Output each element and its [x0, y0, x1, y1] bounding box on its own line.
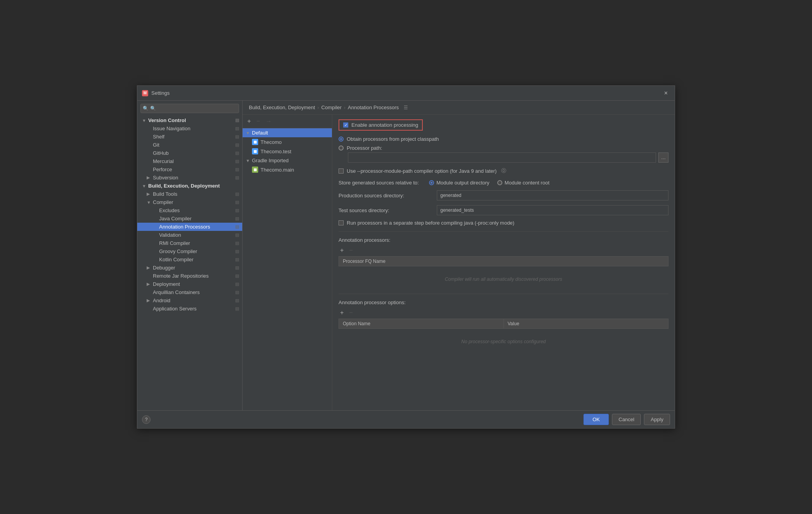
module-content-radio[interactable]	[497, 180, 502, 185]
test-sources-input[interactable]	[437, 205, 668, 215]
sidebar-item-version-control[interactable]: ▼ Version Control ▤	[137, 116, 242, 124]
store-generated-row: Store generated sources relative to: Mod…	[339, 180, 668, 186]
remove-processor-button[interactable]: −	[347, 246, 354, 255]
module-content-label: Module content root	[505, 180, 550, 186]
expand-icon: ▼	[142, 118, 147, 123]
sidebar-item-remote-jar[interactable]: Remote Jar Repositories ▤	[137, 272, 242, 280]
breadcrumb: Build, Execution, Deployment › Compiler …	[243, 101, 675, 115]
module-item-thecomo-test[interactable]: ▦ Thecomo.test	[243, 147, 332, 156]
module-icon: ▦	[252, 148, 258, 154]
sidebar-item-kotlin-compiler[interactable]: Kotlin Compiler ▤	[137, 255, 242, 264]
sidebar-item-shelf[interactable]: Shelf ▤	[137, 133, 242, 141]
module-item-gradle-imported[interactable]: ▼ Gradle Imported	[243, 156, 332, 165]
divider-1	[339, 231, 668, 232]
breadcrumb-sep-2: ›	[344, 105, 346, 110]
settings-panel: Enable annotation processing Obtain proc…	[332, 115, 675, 410]
module-tree-content: ▼ Default ▦ Thecomo ▦ Thecomo.test	[243, 128, 332, 410]
panel-area: + − → ▼ Default ▦ Thecomo	[243, 115, 675, 410]
sidebar-item-java-compiler[interactable]: Java Compiler ▤	[137, 214, 242, 223]
sidebar-item-validation[interactable]: Validation ▤	[137, 231, 242, 239]
module-item-thecomo[interactable]: ▦ Thecomo	[243, 137, 332, 147]
production-sources-input[interactable]	[437, 190, 668, 200]
sidebar-item-annotation-processors[interactable]: Annotation Processors ▤	[137, 223, 242, 231]
sidebar-item-build-tools[interactable]: ▶ Build Tools ▤	[137, 190, 242, 198]
sidebar-item-github[interactable]: GitHub ▤	[137, 149, 242, 157]
option-name-col: Option Name	[339, 319, 504, 329]
tree-panel-toolbar: + − →	[243, 115, 332, 128]
sidebar-item-android[interactable]: ▶ Android ▤	[137, 296, 242, 305]
ok-button[interactable]: OK	[583, 414, 609, 425]
sidebar-item-arquillian[interactable]: Arquillian Containers ▤	[137, 288, 242, 296]
bottom-bar: ? OK Cancel Apply	[137, 410, 675, 428]
production-sources-row: Production sources directory:	[339, 190, 668, 200]
add-module-button[interactable]: +	[246, 117, 252, 126]
sidebar-item-application-servers[interactable]: Application Servers ▤	[137, 305, 242, 313]
obtain-classpath-label: Obtain processors from project classpath	[347, 136, 439, 142]
test-sources-row: Test sources directory:	[339, 205, 668, 215]
run-processors-checkbox[interactable]	[339, 220, 344, 225]
sidebar-item-debugger[interactable]: ▶ Debugger ▤	[137, 264, 242, 272]
sidebar-item-mercurial[interactable]: Mercurial ▤	[137, 157, 242, 165]
annotation-options-label: Annotation processor options:	[339, 300, 668, 305]
close-button[interactable]: ×	[662, 89, 670, 97]
run-processors-label: Run processors in a separate step before…	[347, 220, 514, 226]
remove-option-button[interactable]: −	[347, 308, 354, 317]
remove-module-button[interactable]: −	[255, 117, 261, 126]
add-option-button[interactable]: +	[339, 308, 345, 317]
sidebar: 🔍 ▼ Version Control ▤ Issue Navigation ▤	[137, 101, 243, 410]
annotation-processors-label: Annotation processors:	[339, 237, 668, 243]
arrow-button[interactable]: →	[264, 117, 273, 126]
module-item-thecomo-main[interactable]: ▦ Thecomo.main	[243, 165, 332, 174]
module-content-option: Module content root	[497, 180, 550, 186]
help-icon: ⓪	[501, 167, 506, 174]
obtain-classpath-radio[interactable]	[339, 136, 344, 142]
processor-fq-name-col: Processor FQ Name	[339, 257, 668, 266]
settings-window: M Settings × 🔍 ▼ Version Control ▤ Issue…	[137, 85, 675, 429]
sidebar-item-build-exec[interactable]: ▼ Build, Execution, Deployment	[137, 182, 242, 190]
search-box: 🔍	[140, 104, 239, 113]
breadcrumb-menu-icon[interactable]: ☰	[404, 105, 408, 110]
processor-path-radio[interactable]	[339, 145, 344, 151]
annotation-processors-toolbar: + −	[339, 246, 668, 255]
processor-path-row: Processor path: …	[339, 145, 668, 163]
breadcrumb-part-1: Build, Execution, Deployment	[249, 105, 315, 110]
add-processor-button[interactable]: +	[339, 246, 345, 255]
processor-path-label: Processor path:	[347, 145, 382, 151]
production-sources-label: Production sources directory:	[339, 193, 432, 199]
module-output-option: Module output directory	[429, 180, 489, 186]
breadcrumb-part-2: Compiler	[321, 105, 342, 110]
cancel-button[interactable]: Cancel	[612, 414, 641, 425]
browse-button[interactable]: …	[658, 152, 668, 163]
use-module-path-checkbox[interactable]	[339, 168, 344, 174]
sidebar-item-excludes[interactable]: Excludes ▤	[137, 206, 242, 214]
module-output-label: Module output directory	[436, 180, 489, 186]
module-item-default[interactable]: ▼ Default	[243, 128, 332, 137]
radio-option-group: Module output directory Module content r…	[429, 180, 550, 186]
processor-path-input[interactable]	[348, 152, 656, 163]
window-title: Settings	[151, 90, 662, 96]
use-module-path-label: Use --processor-module-path compiler opt…	[347, 168, 496, 174]
sidebar-item-rmi-compiler[interactable]: RMI Compiler ▤	[137, 239, 242, 247]
sidebar-item-subversion[interactable]: ▶ Subversion ▤	[137, 174, 242, 182]
sidebar-item-issue-navigation[interactable]: Issue Navigation ▤	[137, 124, 242, 133]
search-input[interactable]	[140, 104, 239, 113]
help-button[interactable]: ?	[142, 415, 151, 424]
enable-annotation-checkbox[interactable]	[343, 122, 348, 128]
sidebar-item-groovy-compiler[interactable]: Groovy Compiler ▤	[137, 247, 242, 255]
module-tree-panel: + − → ▼ Default ▦ Thecomo	[243, 115, 332, 410]
options-empty-msg: No processor-specific options configured	[339, 333, 668, 351]
use-module-path-row: Use --processor-module-path compiler opt…	[339, 167, 668, 174]
expand-icon: ▼	[246, 131, 251, 135]
value-col: Value	[504, 319, 668, 329]
sidebar-item-compiler[interactable]: ▼ Compiler ▤	[137, 198, 242, 206]
enable-annotation-label: Enable annotation processing	[351, 122, 418, 128]
sidebar-item-perforce[interactable]: Perforce ▤	[137, 165, 242, 174]
test-sources-label: Test sources directory:	[339, 207, 432, 213]
apply-button[interactable]: Apply	[644, 414, 670, 425]
main-content: Build, Execution, Deployment › Compiler …	[243, 101, 675, 410]
sidebar-item-git[interactable]: Git ▤	[137, 141, 242, 149]
expand-icon: ▼	[246, 158, 251, 163]
sidebar-item-deployment[interactable]: ▶ Deployment ▤	[137, 280, 242, 288]
module-output-radio[interactable]	[429, 180, 434, 185]
action-buttons: OK Cancel Apply	[583, 414, 670, 425]
